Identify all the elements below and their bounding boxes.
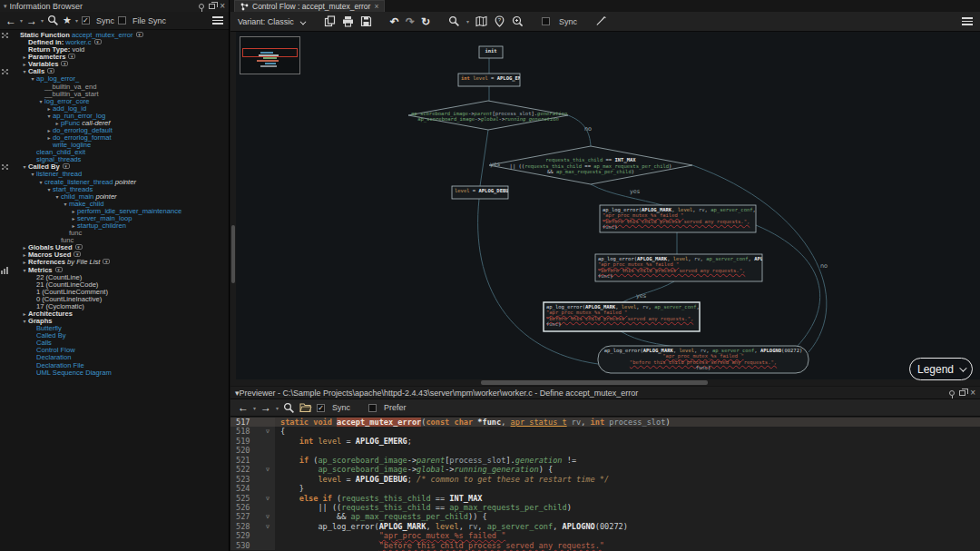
detail-dropdown-badge-icon[interactable]: ▾ bbox=[75, 244, 83, 250]
copy-icon[interactable] bbox=[324, 15, 336, 27]
tree-item-label[interactable]: UML Sequence Diagram bbox=[36, 369, 112, 377]
detail-dropdown-badge-icon[interactable]: ▾ bbox=[47, 68, 54, 74]
close-panel-icon[interactable]: × bbox=[220, 3, 225, 10]
code-line-519[interactable]: 519 int level = APLOG_EMERG; bbox=[230, 437, 980, 446]
flow-node-log-error-4[interactable]: ap_log_error(APLOG_MARK, level, rv, ap_s… bbox=[598, 347, 808, 372]
previewer-search-icon[interactable] bbox=[283, 402, 295, 414]
previewer-sync-checkbox[interactable]: ✓ bbox=[317, 404, 325, 412]
code-line-520[interactable]: 520 bbox=[230, 446, 980, 455]
variant-dropdown-icon[interactable] bbox=[299, 18, 306, 25]
tree-item--builtin-va-end[interactable]: __builtin_va_end bbox=[0, 84, 230, 91]
code-editor[interactable]: 517static void accept_mutex_error(const … bbox=[230, 418, 980, 551]
previewer-pin-icon[interactable] bbox=[949, 390, 955, 396]
collapsed-arrow-icon[interactable]: ▸ bbox=[70, 208, 77, 215]
variant-selector[interactable]: Variant: Classic bbox=[238, 17, 294, 26]
detail-dropdown-badge-icon[interactable]: ▾ bbox=[68, 54, 75, 59]
fold-marker-icon[interactable]: ▽ bbox=[260, 522, 275, 531]
detail-dropdown-badge-icon[interactable]: ▾ bbox=[55, 267, 63, 272]
pin-icon[interactable] bbox=[199, 4, 204, 9]
flow-node-assign-debug[interactable]: level = APLOG_DEBUG bbox=[452, 187, 508, 194]
tree-item-butterfly[interactable]: Butterfly bbox=[0, 325, 230, 332]
tree-item-calls[interactable]: Calls bbox=[0, 339, 230, 347]
tree-item-log-error-core[interactable]: ▾log_error_core bbox=[0, 98, 230, 105]
fold-marker-icon[interactable]: ▽ bbox=[260, 512, 275, 521]
print-icon[interactable] bbox=[342, 15, 354, 27]
graph-horizontal-scrollbar[interactable] bbox=[230, 379, 980, 386]
tree-item-label[interactable]: startup_children bbox=[77, 221, 126, 230]
tab-control-flow[interactable]: Control Flow : accept_mutex_error × bbox=[234, 0, 385, 12]
detail-dropdown-badge-icon[interactable]: ▾ bbox=[103, 259, 110, 264]
tree-item-func[interactable]: func bbox=[0, 230, 230, 237]
collapsed-arrow-icon[interactable]: ▸ bbox=[45, 105, 53, 113]
collapsed-arrow-icon[interactable]: ▸ bbox=[21, 259, 28, 266]
code-line-522[interactable]: 522▽ ap_scoreboard_image->global->runnin… bbox=[230, 465, 980, 474]
previewer-back-button[interactable]: ← bbox=[238, 402, 249, 413]
code-line-525[interactable]: 525▽ else if (requests_this_child == INT… bbox=[230, 494, 980, 503]
flow-node-log-error-2[interactable]: ap_log_error(APLOG_MARK, level, rv, ap_s… bbox=[595, 255, 762, 280]
expanded-arrow-icon[interactable]: ▾ bbox=[21, 68, 28, 75]
expanded-arrow-icon[interactable]: ▾ bbox=[54, 193, 61, 201]
refresh-icon[interactable]: ↻ bbox=[421, 16, 430, 27]
collapsed-arrow-icon[interactable]: ▸ bbox=[21, 244, 28, 251]
collapsed-arrow-icon[interactable]: ▸ bbox=[21, 54, 28, 61]
tree-item-do-errorlog-format[interactable]: ▸do_errorlog_format bbox=[0, 134, 230, 142]
graph-vertical-scrollbar[interactable] bbox=[230, 32, 236, 379]
save-icon[interactable] bbox=[360, 15, 372, 27]
graph-minimap[interactable] bbox=[240, 36, 300, 74]
code-line-527[interactable]: 527▽ && ap_max_requests_per_child)) { bbox=[230, 512, 980, 521]
tree-item-ap-log-error-[interactable]: ▾ap_log_error_ bbox=[0, 75, 230, 83]
undo-icon[interactable]: ↶ bbox=[390, 16, 399, 27]
fold-marker-icon[interactable]: ▽ bbox=[260, 494, 275, 503]
tree-item-startup-children[interactable]: ▸startup_children bbox=[0, 222, 230, 230]
code-line-518[interactable]: 518▽{ bbox=[230, 427, 980, 436]
tab-close-icon[interactable]: × bbox=[374, 2, 378, 11]
expanded-arrow-icon[interactable]: ▾ bbox=[62, 201, 69, 208]
tree-item-child-main[interactable]: ▾child_main pointer bbox=[0, 193, 230, 201]
collapsed-arrow-icon[interactable]: ▸ bbox=[21, 61, 28, 68]
previewer-close-icon[interactable]: × bbox=[970, 389, 975, 397]
expanded-arrow-icon[interactable]: ▾ bbox=[21, 163, 28, 171]
settings-wrench-icon[interactable] bbox=[595, 15, 607, 27]
code-line-524[interactable]: 524 } bbox=[230, 484, 980, 493]
collapsed-arrow-icon[interactable]: ▸ bbox=[70, 215, 77, 222]
tree-item-calls[interactable]: ▾Calls▾ bbox=[0, 68, 230, 75]
collapsed-arrow-icon[interactable]: ▸ bbox=[21, 310, 28, 318]
collapsed-arrow-icon[interactable]: ▸ bbox=[45, 134, 53, 142]
flow-node-init[interactable]: init bbox=[479, 47, 503, 54]
tree-item--builtin-va-start[interactable]: __builtin_va_start bbox=[0, 91, 230, 98]
detail-dropdown-badge-icon[interactable]: ▾ bbox=[74, 251, 81, 257]
tree-item-pfunc[interactable]: ▸pFunc call-deref bbox=[0, 120, 230, 127]
overview-map-icon[interactable] bbox=[475, 15, 487, 27]
tree-item-write-logline[interactable]: write_logline bbox=[0, 142, 230, 149]
fold-marker-icon[interactable]: ▽ bbox=[260, 427, 275, 436]
tree-item-add-log-id[interactable]: ▸add_log_id bbox=[0, 105, 230, 113]
sync-checkbox[interactable]: ✓ bbox=[82, 16, 90, 25]
previewer-forward-dropdown-icon[interactable]: ▾ bbox=[276, 405, 279, 411]
expanded-arrow-icon[interactable]: ▾ bbox=[21, 318, 28, 325]
tree-item-declaration[interactable]: Declaration bbox=[0, 354, 230, 361]
forward-button[interactable]: → bbox=[26, 15, 37, 26]
legend-button[interactable]: Legend bbox=[909, 358, 973, 380]
flow-node-cond-generation[interactable]: ap_scoreboard_image->parent[process_slot… bbox=[408, 110, 568, 123]
fold-marker-icon[interactable]: ▽ bbox=[260, 465, 275, 474]
code-line-517[interactable]: 517static void accept_mutex_error(const … bbox=[230, 418, 980, 427]
tree-item-uml-sequence-diagram[interactable]: UML Sequence Diagram bbox=[0, 369, 230, 377]
find-icon[interactable] bbox=[448, 15, 460, 27]
favorites-icon[interactable]: ★ bbox=[63, 15, 72, 26]
tree-item-metrics[interactable]: ▾Metrics▾ bbox=[0, 267, 230, 274]
graph-sync-checkbox[interactable] bbox=[542, 17, 550, 25]
tree-item-22-countline-[interactable]: 22 (CountLine) bbox=[0, 274, 230, 281]
find-dropdown-icon[interactable]: ▾ bbox=[466, 18, 469, 25]
node-locator-icon[interactable]: ? bbox=[494, 15, 505, 27]
forward-dropdown-icon[interactable]: ▾ bbox=[41, 17, 44, 24]
code-line-528[interactable]: 528▽ ap_log_error(APLOG_MARK, level, rv,… bbox=[230, 522, 980, 531]
code-line-530[interactable]: 530 "before this child process served an… bbox=[230, 541, 980, 550]
code-line-523[interactable]: 523 level = APLOG_DEBUG; /* common to ge… bbox=[230, 475, 980, 484]
tree-item-1-countlinecomment-[interactable]: 1 (CountLineComment) bbox=[0, 289, 230, 296]
flow-node-assign-emerg[interactable]: int level = APLOG_EMERG bbox=[458, 74, 520, 82]
code-line-526[interactable]: 526 || ((requests_this_child == ap_max_r… bbox=[230, 503, 980, 512]
expanded-arrow-icon[interactable]: ▾ bbox=[21, 267, 28, 274]
detail-dropdown-badge-icon[interactable]: ▾ bbox=[94, 39, 102, 44]
tree-item-ap-run-error-log[interactable]: ▾ap_run_error_log bbox=[0, 113, 230, 120]
expanded-arrow-icon[interactable]: ▾ bbox=[45, 113, 53, 120]
